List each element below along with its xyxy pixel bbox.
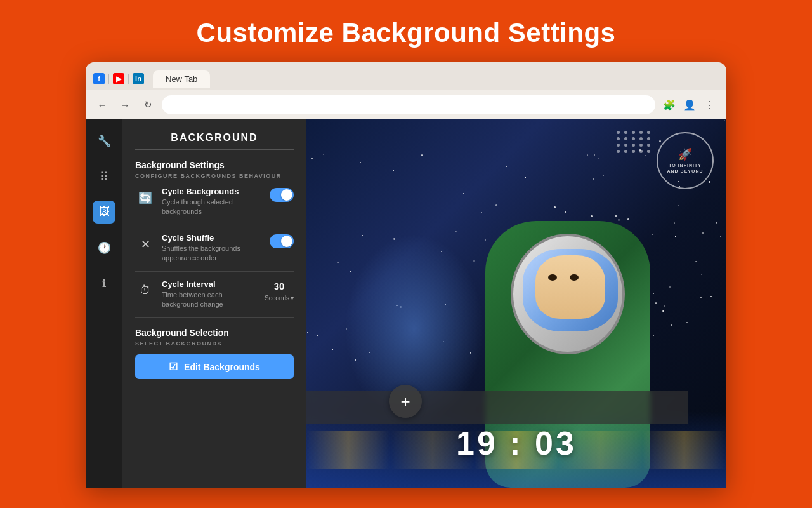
grid-dot xyxy=(639,137,643,140)
grid-dot xyxy=(617,144,620,147)
sidebar-icon-apps[interactable]: ⠿ xyxy=(93,165,115,188)
face xyxy=(535,255,605,319)
address-bar-row: ← → ↻ 🧩 👤 ⋮ xyxy=(86,90,726,119)
helmet-visor xyxy=(523,249,618,331)
interval-value-control: 30 Seconds ▾ xyxy=(265,281,294,302)
clock-display: 19 : 03 xyxy=(456,424,577,462)
grid-dot xyxy=(624,137,627,140)
favicon-linkedin[interactable]: in xyxy=(133,73,144,84)
edit-backgrounds-label: Edit Backgrounds xyxy=(184,362,260,372)
sidebar-icon-history[interactable]: 🕐 xyxy=(93,236,115,259)
setting-row-cycle-shuffle: ✕ Cycle Shuffle Shuffles the backgrounds… xyxy=(135,233,294,264)
tab-bar: f ▶ in New Tab xyxy=(86,62,726,90)
eye-left xyxy=(548,274,557,281)
page-title: Customize Background Settings xyxy=(0,18,812,48)
browser-content: 🔧 ⠿ 🖼 🕐 ℹ BACKGROUND Background Settings… xyxy=(86,119,726,488)
cycle-interval-desc: Time between each background change xyxy=(162,290,258,310)
cycle-shuffle-label: Cycle Shuffle xyxy=(162,233,263,243)
grid-dot xyxy=(647,144,650,147)
grid-dot xyxy=(617,131,620,134)
section-sub-configure: CONFIGURE BACKGROUNDS BEHAVIOUR xyxy=(135,173,294,179)
page-header: Customize Background Settings xyxy=(0,0,812,62)
sidebar-icon-info[interactable]: ℹ xyxy=(93,272,115,295)
face-eyes xyxy=(548,274,593,281)
refresh-button[interactable]: ↻ xyxy=(139,96,157,114)
cycle-backgrounds-info: Cycle Backgrounds Cycle through selected… xyxy=(162,187,263,217)
panel-title: BACKGROUND xyxy=(135,132,294,150)
account-icon[interactable]: 👤 xyxy=(681,96,698,114)
dots-grid xyxy=(617,131,652,153)
add-background-button[interactable]: + xyxy=(389,385,422,418)
favicon-youtube[interactable]: ▶ xyxy=(113,73,124,84)
cycle-backgrounds-toggle[interactable] xyxy=(270,188,294,202)
eye-right xyxy=(570,274,579,281)
grid-dot xyxy=(632,137,635,140)
settings-panel: BACKGROUND Background Settings CONFIGURE… xyxy=(122,119,306,488)
divider-2 xyxy=(135,271,294,272)
cycle-shuffle-toggle-control xyxy=(270,234,294,248)
cycle-backgrounds-toggle-control xyxy=(270,188,294,202)
grid-dot xyxy=(632,131,635,134)
cycle-interval-icon: ⏱ xyxy=(135,281,155,301)
interval-value[interactable]: 30 xyxy=(270,281,289,293)
overlay-panel xyxy=(306,391,688,424)
sidebar-icon-settings[interactable]: 🔧 xyxy=(93,130,115,152)
menu-icon[interactable]: ⋮ xyxy=(701,96,719,114)
browser-tab-newtab[interactable]: New Tab xyxy=(153,70,210,88)
grid-dot xyxy=(632,150,635,153)
cycle-interval-control: 30 Seconds ▾ xyxy=(265,281,294,302)
chevron-down-icon: ▾ xyxy=(291,295,294,302)
cycle-interval-label: Cycle Interval xyxy=(162,279,258,289)
grid-dot xyxy=(639,150,643,153)
cycle-shuffle-desc: Shuffles the backgrounds appearance orde… xyxy=(162,244,263,264)
grid-dot xyxy=(647,150,650,153)
divider-1 xyxy=(135,225,294,225)
section-heading-background: Background Settings xyxy=(135,160,294,170)
grid-dot xyxy=(632,144,635,147)
extensions-icon[interactable]: 🧩 xyxy=(660,96,678,114)
astronaut-helmet xyxy=(511,234,625,354)
back-button[interactable]: ← xyxy=(93,96,111,114)
setting-row-cycle-backgrounds: 🔄 Cycle Backgrounds Cycle through select… xyxy=(135,187,294,217)
divider-3 xyxy=(135,317,294,318)
cycle-shuffle-toggle[interactable] xyxy=(270,234,294,248)
edit-backgrounds-button[interactable]: ☑ Edit Backgrounds xyxy=(135,354,294,379)
forward-button[interactable]: → xyxy=(116,96,134,114)
grid-dot xyxy=(624,144,627,147)
section-sub-select: SELECT BACKGROUNDS xyxy=(135,340,294,347)
favicon-facebook[interactable]: f xyxy=(93,73,105,84)
browser-chrome: f ▶ in New Tab ← → ↻ 🧩 👤 ⋮ 🔧 xyxy=(86,62,726,488)
grid-dot xyxy=(639,131,643,134)
cycle-backgrounds-icon: 🔄 xyxy=(135,188,155,208)
grid-dot xyxy=(647,137,650,140)
grid-dot xyxy=(639,144,643,147)
sidebar-icon-backgrounds[interactable]: 🖼 xyxy=(93,201,115,224)
icon-sidebar: 🔧 ⠿ 🖼 🕐 ℹ xyxy=(86,119,122,488)
cycle-interval-info: Cycle Interval Time between each backgro… xyxy=(162,279,258,310)
cycle-shuffle-icon: ✕ xyxy=(135,234,155,255)
grid-dot xyxy=(617,150,620,153)
interval-unit[interactable]: Seconds ▾ xyxy=(265,295,294,302)
bg-image-area: 🚀 TO INFINITY AND BEYOND xyxy=(306,119,726,488)
grid-dot xyxy=(617,137,620,140)
setting-row-cycle-interval: ⏱ Cycle Interval Time between each backg… xyxy=(135,279,294,310)
toolbar-icons: 🧩 👤 ⋮ xyxy=(660,96,719,114)
favicon-group: f ▶ in xyxy=(93,73,144,84)
grid-dot xyxy=(624,150,627,153)
cycle-backgrounds-label: Cycle Backgrounds xyxy=(162,187,263,196)
section-heading-selection: Background Selection xyxy=(135,328,294,338)
tab-separator-2 xyxy=(128,74,129,84)
edit-backgrounds-icon: ☑ xyxy=(169,361,178,373)
cycle-shuffle-info: Cycle Shuffle Shuffles the backgrounds a… xyxy=(162,233,263,264)
grid-dot xyxy=(624,131,627,134)
bg-preview: 🚀 TO INFINITY AND BEYOND xyxy=(306,119,726,488)
cycle-backgrounds-desc: Cycle through selected backgrounds xyxy=(162,197,263,217)
grid-dot xyxy=(647,131,650,134)
address-input[interactable] xyxy=(162,95,655,114)
tab-separator-1 xyxy=(108,74,109,84)
